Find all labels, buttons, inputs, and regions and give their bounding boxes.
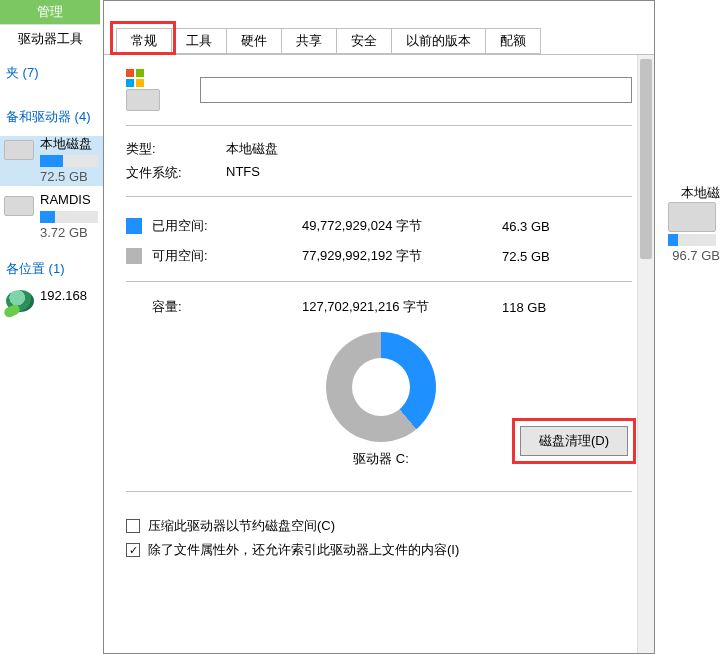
- tab-previous-versions[interactable]: 以前的版本: [391, 28, 486, 54]
- tab-security[interactable]: 安全: [336, 28, 392, 54]
- drive-usage-bar: [40, 155, 98, 167]
- tab-strip: 常规 工具 硬件 共享 安全 以前的版本 配额: [104, 1, 654, 55]
- tab-general[interactable]: 常规: [116, 28, 172, 54]
- label-capacity: 容量:: [152, 292, 302, 322]
- tab-sharing[interactable]: 共享: [281, 28, 337, 54]
- value-type: 本地磁盘: [226, 140, 632, 158]
- disk-cleanup-button[interactable]: 磁盘清理(D): [520, 426, 628, 456]
- row-free: 可用空间: 77,929,992,192 字节 72.5 GB: [126, 241, 632, 271]
- windows-flag-icon: [126, 69, 144, 87]
- free-gb: 72.5 GB: [502, 241, 632, 271]
- volume-label-input[interactable]: [200, 77, 632, 103]
- drive-usage-bar: [40, 211, 98, 223]
- drive-icon: [4, 196, 34, 216]
- scrollbar[interactable]: [637, 55, 654, 653]
- capacity-bytes: 127,702,921,216 字节: [302, 292, 502, 322]
- value-filesystem: NTFS: [226, 164, 632, 182]
- drive-name: 本地磁盘: [40, 136, 103, 153]
- drive-name: 本地磁: [662, 184, 722, 202]
- checkbox-label: 除了文件属性外，还允许索引此驱动器上文件的内容(I): [148, 541, 459, 559]
- capacity-gb: 118 GB: [502, 292, 632, 322]
- drive-icon: [126, 89, 160, 111]
- drive-size: 96.7 GB: [662, 248, 722, 263]
- globe-icon: [6, 290, 34, 312]
- free-bytes: 77,929,992,192 字节: [302, 241, 502, 271]
- row-capacity: 容量: 127,702,921,216 字节 118 GB: [126, 292, 632, 322]
- swatch-used: [126, 218, 142, 234]
- tree-drive-ramdisk[interactable]: RAMDIS 3.72 GB: [0, 192, 103, 242]
- tree-network-item[interactable]: 192.168: [0, 288, 103, 305]
- drive-size: 72.5 GB: [40, 169, 103, 186]
- divider: [126, 491, 632, 492]
- drive-icon: [4, 140, 34, 160]
- tab-quota[interactable]: 配额: [485, 28, 541, 54]
- divider: [126, 196, 632, 197]
- drive-usage-bar: [668, 234, 716, 246]
- tree-folders[interactable]: 夹 (7): [0, 60, 103, 86]
- tab-hardware[interactable]: 硬件: [226, 28, 282, 54]
- drive-name: RAMDIS: [40, 192, 103, 209]
- explorer-nav: 夹 (7) 备和驱动器 (4) 本地磁盘 72.5 GB RAMDIS 3.72…: [0, 60, 103, 654]
- tree-drive-local[interactable]: 本地磁盘 72.5 GB: [0, 136, 103, 186]
- divider: [126, 125, 632, 126]
- swatch-free: [126, 248, 142, 264]
- ribbon-tab-manage[interactable]: 管理: [0, 0, 100, 24]
- scrollbar-thumb[interactable]: [640, 59, 652, 259]
- label-free: 可用空间:: [152, 241, 302, 271]
- checkbox-compress[interactable]: 压缩此驱动器以节约磁盘空间(C): [126, 517, 632, 535]
- label-filesystem: 文件系统:: [126, 164, 226, 182]
- tree-devices[interactable]: 备和驱动器 (4): [0, 104, 103, 130]
- row-used: 已用空间: 49,772,929,024 字节 46.3 GB: [126, 211, 632, 241]
- network-ip: 192.168: [40, 288, 103, 305]
- checkbox-label: 压缩此驱动器以节约磁盘空间(C): [148, 517, 335, 535]
- label-type: 类型:: [126, 140, 226, 158]
- ribbon-tab-drive-tools[interactable]: 驱动器工具: [0, 24, 100, 52]
- drive-icon: [668, 202, 716, 232]
- label-used: 已用空间:: [152, 211, 302, 241]
- checkbox-icon: ✓: [126, 543, 140, 557]
- used-gb: 46.3 GB: [502, 211, 632, 241]
- drive-letter-label: 驱动器 C:: [326, 450, 436, 468]
- space-table: 已用空间: 49,772,929,024 字节 46.3 GB 可用空间: 77…: [126, 211, 632, 322]
- explorer-drive-right[interactable]: 本地磁 96.7 GB: [662, 180, 722, 263]
- checkbox-index[interactable]: ✓ 除了文件属性外，还允许索引此驱动器上文件的内容(I): [126, 541, 632, 559]
- usage-pie-chart: [326, 332, 436, 442]
- tab-tools[interactable]: 工具: [171, 28, 227, 54]
- divider: [126, 281, 632, 282]
- tree-network-locations[interactable]: 各位置 (1): [0, 256, 103, 282]
- drive-size: 3.72 GB: [40, 225, 103, 242]
- properties-dialog: 常规 工具 硬件 共享 安全 以前的版本 配额 类型: 本地磁盘 文件系统: N…: [103, 0, 655, 654]
- checkbox-icon: [126, 519, 140, 533]
- used-bytes: 49,772,929,024 字节: [302, 211, 502, 241]
